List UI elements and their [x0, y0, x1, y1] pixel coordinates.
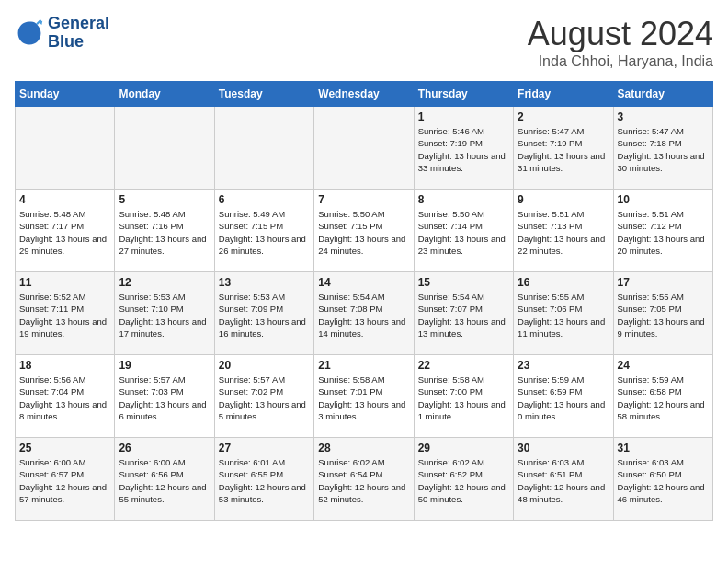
- day-number: 2: [518, 110, 609, 123]
- calendar-cell: 1Sunrise: 5:46 AMSunset: 7:19 PMDaylight…: [414, 107, 513, 190]
- cell-content: Sunrise: 5:58 AMSunset: 7:01 PMDaylight:…: [318, 373, 409, 422]
- calendar-cell: [314, 107, 414, 190]
- day-header-tuesday: Tuesday: [214, 82, 313, 107]
- calendar-cell: 23Sunrise: 5:59 AMSunset: 6:59 PMDayligh…: [514, 355, 613, 438]
- calendar-cell: 25Sunrise: 6:00 AMSunset: 6:57 PMDayligh…: [16, 438, 115, 521]
- calendar-cell: 13Sunrise: 5:53 AMSunset: 7:09 PMDayligh…: [214, 272, 313, 355]
- calendar-cell: 3Sunrise: 5:47 AMSunset: 7:18 PMDaylight…: [613, 107, 712, 190]
- cell-content: Sunrise: 5:47 AMSunset: 7:18 PMDaylight:…: [618, 125, 709, 174]
- cell-content: Sunrise: 6:01 AMSunset: 6:55 PMDaylight:…: [219, 456, 310, 505]
- day-number: 10: [618, 193, 709, 206]
- calendar-cell: 29Sunrise: 6:02 AMSunset: 6:52 PMDayligh…: [414, 438, 513, 521]
- week-row-5: 25Sunrise: 6:00 AMSunset: 6:57 PMDayligh…: [16, 438, 713, 521]
- day-number: 20: [219, 359, 310, 372]
- cell-content: Sunrise: 5:51 AMSunset: 7:13 PMDaylight:…: [518, 208, 609, 257]
- day-number: 28: [318, 442, 409, 454]
- calendar-cell: 27Sunrise: 6:01 AMSunset: 6:55 PMDayligh…: [214, 438, 313, 521]
- day-header-monday: Monday: [115, 82, 214, 107]
- day-number: 22: [418, 359, 509, 372]
- calendar-cell: 21Sunrise: 5:58 AMSunset: 7:01 PMDayligh…: [314, 355, 414, 438]
- day-header-thursday: Thursday: [414, 82, 513, 107]
- cell-content: Sunrise: 5:55 AMSunset: 7:06 PMDaylight:…: [518, 291, 609, 339]
- calendar-cell: 17Sunrise: 5:55 AMSunset: 7:05 PMDayligh…: [613, 272, 712, 355]
- cell-content: Sunrise: 5:56 AMSunset: 7:04 PMDaylight:…: [19, 373, 110, 422]
- day-number: 29: [418, 442, 509, 454]
- day-number: 19: [119, 359, 210, 372]
- cell-content: Sunrise: 5:50 AMSunset: 7:15 PMDaylight:…: [318, 208, 409, 257]
- day-number: 8: [418, 193, 509, 206]
- day-number: 18: [19, 359, 110, 372]
- calendar-cell: 12Sunrise: 5:53 AMSunset: 7:10 PMDayligh…: [115, 272, 214, 355]
- day-number: 17: [618, 276, 709, 289]
- day-number: 24: [618, 359, 709, 372]
- day-number: 9: [518, 193, 609, 206]
- day-number: 6: [219, 193, 310, 206]
- day-number: 23: [518, 359, 609, 372]
- calendar-cell: 22Sunrise: 5:58 AMSunset: 7:00 PMDayligh…: [414, 355, 513, 438]
- calendar-cell: 24Sunrise: 5:59 AMSunset: 6:58 PMDayligh…: [613, 355, 712, 438]
- calendar-cell: 19Sunrise: 5:57 AMSunset: 7:03 PMDayligh…: [115, 355, 214, 438]
- day-number: 7: [318, 193, 409, 206]
- week-row-2: 4Sunrise: 5:48 AMSunset: 7:17 PMDaylight…: [16, 190, 713, 272]
- location: Inda Chhoi, Haryana, India: [528, 53, 713, 70]
- calendar-cell: 10Sunrise: 5:51 AMSunset: 7:12 PMDayligh…: [613, 190, 712, 272]
- day-number: 26: [119, 442, 210, 454]
- day-number: 12: [119, 276, 210, 289]
- cell-content: Sunrise: 5:55 AMSunset: 7:05 PMDaylight:…: [618, 291, 709, 339]
- cell-content: Sunrise: 6:00 AMSunset: 6:57 PMDaylight:…: [19, 456, 110, 505]
- calendar-cell: 14Sunrise: 5:54 AMSunset: 7:08 PMDayligh…: [314, 272, 414, 355]
- calendar-cell: [115, 107, 214, 190]
- cell-content: Sunrise: 5:53 AMSunset: 7:10 PMDaylight:…: [119, 291, 210, 339]
- cell-content: Sunrise: 6:03 AMSunset: 6:51 PMDaylight:…: [518, 456, 609, 505]
- page-header: General Blue August 2024 Inda Chhoi, Har…: [15, 15, 713, 70]
- week-row-3: 11Sunrise: 5:52 AMSunset: 7:11 PMDayligh…: [16, 272, 713, 355]
- calendar-cell: 7Sunrise: 5:50 AMSunset: 7:15 PMDaylight…: [314, 190, 414, 272]
- day-header-sunday: Sunday: [16, 82, 115, 107]
- day-number: 1: [418, 110, 509, 123]
- day-number: 14: [318, 276, 409, 289]
- cell-content: Sunrise: 5:59 AMSunset: 6:59 PMDaylight:…: [518, 373, 609, 422]
- calendar-cell: 5Sunrise: 5:48 AMSunset: 7:16 PMDaylight…: [115, 190, 214, 272]
- day-number: 13: [219, 276, 310, 289]
- calendar-cell: 31Sunrise: 6:03 AMSunset: 6:50 PMDayligh…: [613, 438, 712, 521]
- cell-content: Sunrise: 5:54 AMSunset: 7:08 PMDaylight:…: [318, 291, 409, 339]
- day-number: 3: [618, 110, 709, 123]
- cell-content: Sunrise: 5:58 AMSunset: 7:00 PMDaylight:…: [418, 373, 509, 422]
- calendar-cell: 18Sunrise: 5:56 AMSunset: 7:04 PMDayligh…: [16, 355, 115, 438]
- cell-content: Sunrise: 5:59 AMSunset: 6:58 PMDaylight:…: [618, 373, 709, 422]
- calendar-cell: 8Sunrise: 5:50 AMSunset: 7:14 PMDaylight…: [414, 190, 513, 272]
- calendar-cell: [16, 107, 115, 190]
- calendar-cell: 26Sunrise: 6:00 AMSunset: 6:56 PMDayligh…: [115, 438, 214, 521]
- cell-content: Sunrise: 5:49 AMSunset: 7:15 PMDaylight:…: [219, 208, 310, 257]
- header-row: SundayMondayTuesdayWednesdayThursdayFrid…: [16, 82, 713, 107]
- cell-content: Sunrise: 5:54 AMSunset: 7:07 PMDaylight:…: [418, 291, 509, 339]
- title-section: August 2024 Inda Chhoi, Haryana, India: [528, 15, 713, 70]
- day-number: 11: [19, 276, 110, 289]
- cell-content: Sunrise: 5:57 AMSunset: 7:02 PMDaylight:…: [219, 373, 310, 422]
- calendar-cell: 9Sunrise: 5:51 AMSunset: 7:13 PMDaylight…: [514, 190, 613, 272]
- cell-content: Sunrise: 6:00 AMSunset: 6:56 PMDaylight:…: [119, 456, 210, 505]
- day-number: 30: [518, 442, 609, 454]
- calendar-cell: 28Sunrise: 6:02 AMSunset: 6:54 PMDayligh…: [314, 438, 414, 521]
- day-number: 5: [119, 193, 210, 206]
- calendar-cell: 20Sunrise: 5:57 AMSunset: 7:02 PMDayligh…: [214, 355, 313, 438]
- cell-content: Sunrise: 5:52 AMSunset: 7:11 PMDaylight:…: [19, 291, 110, 339]
- month-title: August 2024: [528, 15, 713, 53]
- calendar-cell: 30Sunrise: 6:03 AMSunset: 6:51 PMDayligh…: [514, 438, 613, 521]
- logo-icon: [15, 18, 44, 48]
- calendar-cell: [214, 107, 313, 190]
- calendar-cell: 15Sunrise: 5:54 AMSunset: 7:07 PMDayligh…: [414, 272, 513, 355]
- calendar-cell: 11Sunrise: 5:52 AMSunset: 7:11 PMDayligh…: [16, 272, 115, 355]
- cell-content: Sunrise: 5:46 AMSunset: 7:19 PMDaylight:…: [418, 125, 509, 174]
- day-number: 25: [19, 442, 110, 454]
- calendar-cell: 6Sunrise: 5:49 AMSunset: 7:15 PMDaylight…: [214, 190, 313, 272]
- day-header-saturday: Saturday: [613, 82, 712, 107]
- cell-content: Sunrise: 5:57 AMSunset: 7:03 PMDaylight:…: [119, 373, 210, 422]
- cell-content: Sunrise: 6:02 AMSunset: 6:52 PMDaylight:…: [418, 456, 509, 505]
- cell-content: Sunrise: 5:51 AMSunset: 7:12 PMDaylight:…: [618, 208, 709, 257]
- calendar-cell: 2Sunrise: 5:47 AMSunset: 7:19 PMDaylight…: [514, 107, 613, 190]
- cell-content: Sunrise: 5:53 AMSunset: 7:09 PMDaylight:…: [219, 291, 310, 339]
- day-number: 15: [418, 276, 509, 289]
- cell-content: Sunrise: 5:48 AMSunset: 7:17 PMDaylight:…: [19, 208, 110, 257]
- week-row-4: 18Sunrise: 5:56 AMSunset: 7:04 PMDayligh…: [16, 355, 713, 438]
